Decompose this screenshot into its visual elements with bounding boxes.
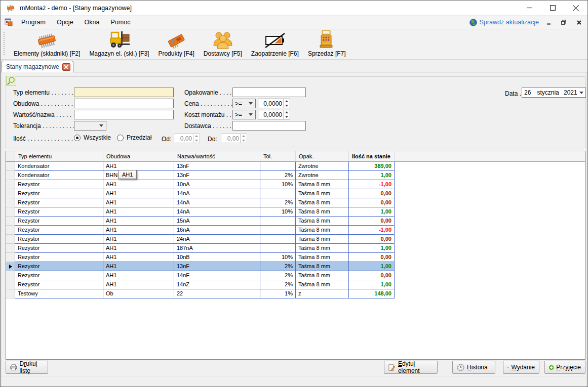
- edit-element-button[interactable]: Edytuj element: [384, 361, 438, 374]
- typ-elementu-input[interactable]: [74, 88, 174, 97]
- menu-item-opcje[interactable]: Opcje: [51, 16, 79, 29]
- row-header[interactable]: [6, 235, 15, 244]
- ilosc-radio-przedzial[interactable]: Przedział: [117, 134, 151, 141]
- cell-tol: 2%: [260, 271, 296, 280]
- cell-opak: Taśma 8 mm: [296, 262, 349, 271]
- koszt-op-select[interactable]: >=: [232, 110, 256, 119]
- koszt-spinner[interactable]: [258, 110, 290, 119]
- opakowanie-input[interactable]: [232, 88, 306, 97]
- row-header[interactable]: [6, 207, 15, 217]
- tolerancja-select[interactable]: [74, 121, 106, 131]
- menu-item-program[interactable]: Program: [16, 16, 51, 29]
- row-header[interactable]: [6, 198, 15, 207]
- row-header[interactable]: [6, 180, 15, 189]
- cell-nazwa: 14nZ: [174, 280, 260, 289]
- mdi-close-button[interactable]: [573, 17, 584, 27]
- table-row[interactable]: RezystorAH114nF2%Taśma 8 mm0,00: [6, 271, 395, 280]
- table-row[interactable]: KondensatorAH113nFZwrotne389,00: [6, 162, 395, 171]
- mdi-restore-button[interactable]: [558, 17, 569, 27]
- row-header[interactable]: [6, 226, 15, 235]
- column-header[interactable]: Opak.: [296, 151, 349, 161]
- row-header[interactable]: [6, 271, 15, 280]
- ilosc-radio-wszystkie[interactable]: Wszystkie: [74, 134, 111, 141]
- cena-input[interactable]: [258, 99, 283, 108]
- data-label: Data .: [505, 90, 521, 97]
- receipt-button[interactable]: Przyjęcie: [544, 361, 585, 374]
- toolbar-sprzedaz-button[interactable]: Sprzedaż [F7]: [303, 30, 350, 58]
- spinner-arrows-icon[interactable]: [283, 99, 290, 108]
- toolbar-dostawcy-button[interactable]: Dostawcy [F5]: [199, 30, 247, 58]
- cell-ilosc: -1,00: [349, 226, 395, 235]
- date-picker[interactable]: 26 stycznia 2021: [522, 88, 586, 98]
- cell-obudowa: Ob: [103, 289, 174, 298]
- issue-button[interactable]: Wydanie: [503, 361, 539, 374]
- cell-typ: Rezystor: [15, 235, 103, 244]
- cell-typ: Rezystor: [15, 198, 103, 207]
- table-row[interactable]: KondensatorBHN813nF2%Zwrotne1,00: [6, 171, 395, 180]
- koszt-input[interactable]: [258, 110, 283, 119]
- toolbar-produkty-button[interactable]: Produkty [F4]: [153, 30, 199, 58]
- column-header[interactable]: Typ elementu: [15, 151, 103, 161]
- dostawca-input[interactable]: [232, 121, 306, 131]
- toolbar-grip[interactable]: [4, 32, 6, 55]
- table-row[interactable]: RezystorAH114nATaśma 8 mm0,00: [6, 189, 395, 198]
- row-header[interactable]: [6, 280, 15, 289]
- menu-item-pomoc[interactable]: Pomoc: [105, 16, 136, 29]
- cena-op-select[interactable]: >=: [232, 99, 256, 108]
- table-row[interactable]: RezystorAH114nA10%Taśma 8 mm1,00: [6, 207, 395, 217]
- minimize-button[interactable]: [518, 1, 541, 15]
- table-row[interactable]: RezystorAH110nB10%Taśma 8 mm0,00: [6, 253, 395, 262]
- tab-close-button[interactable]: [62, 63, 70, 71]
- column-header[interactable]: Obudowa: [103, 151, 174, 161]
- close-icon: [573, 5, 579, 11]
- table-row[interactable]: RezystorAH1187nATaśma 8 mm1,00: [6, 244, 395, 253]
- toolbar-sprzedaz-label: Sprzedaż [F7]: [308, 50, 346, 57]
- od-spinner[interactable]: [174, 134, 200, 143]
- row-header[interactable]: [6, 171, 15, 180]
- spinner-arrows-icon[interactable]: [240, 134, 247, 143]
- tab-stany-magazynowe[interactable]: Stany magazynowe: [2, 61, 73, 72]
- row-header[interactable]: [6, 289, 15, 298]
- spinner-arrows-icon[interactable]: [283, 110, 290, 119]
- cell-obudowa: AH1: [103, 198, 174, 207]
- toolbar-magazyn-button[interactable]: Magazyn el. (skł.) [F3]: [85, 30, 153, 58]
- table-row[interactable]: RezystorAH124nATaśma 8 mm0,00: [6, 235, 395, 244]
- table-row[interactable]: RezystorAH114nZ2%Taśma 8 mm1,00: [6, 280, 395, 289]
- table-row[interactable]: RezystorAH114nA2%Taśma 8 mm0,00: [6, 198, 395, 207]
- history-button[interactable]: Historia: [452, 361, 495, 374]
- od-input[interactable]: [174, 134, 193, 143]
- cena-spinner[interactable]: [258, 99, 290, 108]
- column-header[interactable]: Ilość na stanie: [349, 151, 395, 161]
- toolbar-elementy-button[interactable]: Elementy (składniki) [F2]: [9, 30, 85, 58]
- row-header[interactable]: [6, 217, 15, 226]
- column-header[interactable]: Tol.: [260, 151, 296, 161]
- cell-nazwa: 14nA: [174, 198, 260, 207]
- row-header[interactable]: [6, 162, 15, 171]
- toolbar-zaopatrzenie-button[interactable]: Zaopatrzenie [F6]: [247, 30, 303, 58]
- table-row[interactable]: RezystorAH110nA10%Taśma 8 mm-1,00: [6, 180, 395, 189]
- cell-obudowa: AH1: [103, 226, 174, 235]
- cell-ilosc: 0,00: [349, 198, 395, 207]
- spinner-arrows-icon[interactable]: [193, 134, 200, 143]
- do-input[interactable]: [221, 134, 240, 143]
- table-row[interactable]: RezystorAH116nATaśma 8 mm-1,00: [6, 226, 395, 235]
- row-header[interactable]: [6, 244, 15, 253]
- column-header[interactable]: Nazwa/wartość: [174, 151, 260, 161]
- print-list-button[interactable]: Drukuj listę: [6, 361, 48, 374]
- menu-item-okna[interactable]: Okna: [79, 16, 105, 29]
- radio-selected-icon: [74, 135, 81, 141]
- maximize-button[interactable]: [541, 1, 564, 15]
- table-row[interactable]: RezystorAH115nATaśma 8 mm0,00: [6, 217, 395, 226]
- row-header[interactable]: [6, 262, 15, 271]
- row-header[interactable]: [6, 189, 15, 198]
- obudowa-input[interactable]: [74, 99, 174, 108]
- check-updates-link[interactable]: Sprawdź aktualizacje: [469, 19, 539, 26]
- mdi-minimize-button[interactable]: [543, 17, 554, 27]
- wartosc-nazwa-input[interactable]: [74, 110, 174, 119]
- row-header[interactable]: [6, 253, 15, 262]
- column-header-rowselector[interactable]: [6, 151, 15, 161]
- do-spinner[interactable]: [221, 134, 247, 143]
- close-button[interactable]: [564, 1, 587, 15]
- table-row[interactable]: RezystorAH113nF2%Taśma 8 mm1,00: [6, 262, 395, 271]
- table-row[interactable]: TestowyOb221%z148,00: [6, 289, 395, 298]
